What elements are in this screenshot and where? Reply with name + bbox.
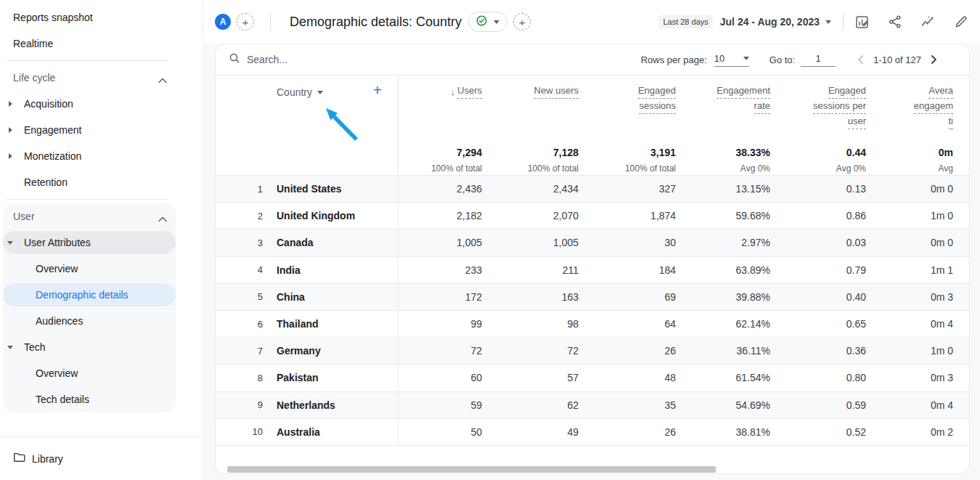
rows-per-page-value: 10 — [714, 53, 724, 64]
avatar[interactable]: A — [215, 14, 231, 30]
table-row: 4 India 233 211 184 63.89% 0.79 1m 1 — [216, 256, 969, 283]
row-engaged-sessions: 35 — [579, 392, 676, 418]
table-header-row: Country + ↓Users New users Engaged sessi… — [216, 76, 969, 139]
sidebar-item-audiences[interactable]: Audiences — [0, 308, 203, 334]
sidebar-library[interactable]: Library — [0, 436, 203, 480]
sidebar-item-label: Tech details — [0, 394, 89, 405]
sidebar-item-user-attributes[interactable]: User Attributes — [0, 229, 203, 256]
totals-engagement-rate: 38.33%Avg 0% — [676, 139, 770, 175]
add-dimension-icon[interactable]: + — [373, 82, 382, 97]
search-input[interactable] — [245, 53, 437, 66]
sidebar-item-label: Tech — [0, 341, 46, 353]
table-row: 10 Australia 50 49 26 38.81% 0.52 0m 2 — [216, 418, 969, 445]
sidebar-item-label: User Attributes — [0, 237, 91, 248]
insights-icon[interactable] — [920, 15, 936, 30]
row-avg-engagement-time: 1m 0 — [866, 338, 970, 364]
sidebar-item-reports-snapshot[interactable]: Reports snapshot — [0, 4, 203, 30]
reports-nav-sidebar: Reports snapshot Realtime Life cycle Acq… — [0, 0, 204, 480]
row-engagement-rate: 13.15% — [676, 176, 770, 202]
row-avg-engagement-time: 0m 4 — [866, 392, 970, 418]
next-page-icon[interactable] — [927, 53, 940, 66]
row-users: 50 — [399, 419, 482, 445]
row-new-users: 2,434 — [482, 176, 579, 202]
chevron-down-icon[interactable] — [825, 20, 831, 24]
dimension-header-cell: Country + — [269, 76, 399, 139]
totals-engaged-sessions-per-user: 0.44Avg 0% — [770, 139, 866, 175]
header-icons — [854, 15, 968, 30]
totals-avg-engagement-time: 0mAvg — [866, 139, 970, 175]
column-header-engaged-sessions-per-user[interactable]: Engaged sessions per user — [770, 76, 866, 139]
row-users: 172 — [399, 284, 482, 310]
row-engaged-sessions-per-user: 0.52 — [770, 419, 866, 445]
sidebar-item-label: Demographic details — [0, 289, 128, 301]
column-header-engagement-rate[interactable]: Engagement rate — [676, 76, 770, 139]
sidebar-item-realtime[interactable]: Realtime — [0, 30, 203, 57]
row-rank: 5 — [216, 284, 269, 310]
row-engaged-sessions: 64 — [579, 311, 676, 337]
row-engagement-rate: 54.69% — [676, 392, 770, 418]
table-row: 5 China 172 163 69 39.88% 0.40 0m 3 — [216, 283, 969, 310]
previous-page-icon[interactable] — [854, 53, 867, 66]
row-avg-engagement-time: 1m 0 — [866, 203, 970, 229]
table-row: 9 Netherlands 59 62 35 54.69% 0.59 0m 4 — [216, 391, 969, 418]
row-users: 60 — [399, 365, 482, 391]
sidebar-item-retention[interactable]: Retention — [0, 169, 203, 195]
row-engagement-rate: 36.11% — [676, 338, 770, 364]
add-comparison-button[interactable]: + — [237, 13, 254, 30]
date-preset-badge: Last 28 days — [658, 15, 712, 28]
column-label: engagem — [914, 100, 953, 114]
row-rank: 6 — [216, 311, 269, 337]
sidebar-item-acquisition[interactable]: Acquisition — [0, 91, 203, 117]
sidebar-item-label: Engagement — [0, 124, 81, 136]
share-icon[interactable] — [888, 15, 902, 29]
ga4-report-page: Reports snapshot Realtime Life cycle Acq… — [0, 0, 980, 480]
sidebar-item-label: Realtime — [13, 38, 53, 49]
chevron-up-icon[interactable] — [158, 213, 168, 225]
add-report-button[interactable]: + — [513, 13, 531, 30]
sidebar-user-section: User User Attributes Overview Demographi… — [0, 203, 203, 412]
edit-comparison-icon[interactable] — [854, 15, 870, 30]
sidebar-item-ua-overview[interactable]: Overview — [0, 256, 203, 282]
row-engaged-sessions-per-user: 0.40 — [770, 284, 866, 310]
sidebar-item-demographic-details[interactable]: Demographic details — [0, 282, 203, 308]
plus-icon: + — [519, 16, 526, 28]
row-users: 2,436 — [399, 176, 482, 202]
rows-per-page-select[interactable]: 10 — [714, 53, 749, 67]
section-label: Life cycle — [13, 72, 55, 84]
row-new-users: 2,070 — [482, 203, 579, 229]
row-users: 1,005 — [399, 229, 482, 256]
chevron-up-icon[interactable] — [158, 75, 168, 86]
table-totals-row: 7,294100% of total 7,128100% of total 3,… — [216, 139, 969, 175]
table-row: 3 Canada 1,005 1,005 30 2.97% 0.03 0m 0 — [216, 229, 969, 256]
sidebar-section-life-cycle[interactable]: Life cycle — [0, 65, 203, 91]
row-country: Canada — [269, 229, 399, 256]
date-range-picker[interactable]: Jul 24 - Aug 20, 2023 — [720, 16, 820, 28]
sidebar-divider — [7, 199, 168, 200]
goto-page-input[interactable] — [801, 52, 836, 67]
library-label: Library — [32, 453, 63, 465]
sidebar-item-engagement[interactable]: Engagement — [0, 117, 203, 143]
sidebar-item-monetization[interactable]: Monetization — [0, 143, 203, 169]
sidebar-item-tech-overview[interactable]: Overview — [0, 360, 203, 386]
horizontal-scrollbar-thumb[interactable] — [227, 466, 716, 473]
sidebar-item-tech-details[interactable]: Tech details — [0, 386, 203, 412]
row-engagement-rate: 62.14% — [676, 311, 770, 337]
column-label: user — [848, 115, 866, 129]
row-engaged-sessions-per-user: 0.65 — [770, 311, 866, 337]
row-country: Germany — [269, 338, 399, 364]
edit-icon[interactable] — [954, 15, 968, 29]
pagination-controls: Rows per page: 10 Go to: 1-10 of 127 — [641, 52, 940, 67]
row-new-users: 98 — [482, 311, 579, 337]
sidebar-item-label: Monetization — [0, 150, 81, 162]
row-avg-engagement-time: 0m 4 — [866, 311, 970, 337]
column-header-engaged-sessions[interactable]: Engaged sessions — [579, 76, 676, 139]
column-header-new-users[interactable]: New users — [482, 76, 579, 139]
column-header-average-engagement-time[interactable]: Avera engagem ti — [866, 76, 970, 139]
sidebar-item-tech[interactable]: Tech — [0, 334, 203, 360]
sidebar-section-user[interactable]: User — [0, 203, 203, 229]
row-country: Thailand — [269, 311, 399, 337]
dimension-select[interactable]: Country — [277, 86, 323, 98]
page-title: Demographic details: Country — [290, 15, 462, 30]
column-header-users[interactable]: ↓Users — [399, 76, 482, 139]
report-status-dropdown[interactable] — [468, 12, 507, 32]
